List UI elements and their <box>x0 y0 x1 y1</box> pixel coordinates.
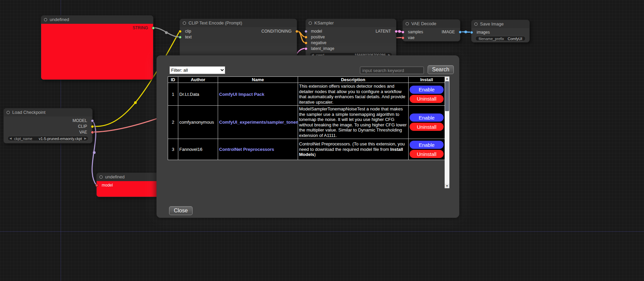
slot-dot-vae-output[interactable] <box>91 131 94 134</box>
scrollbar-thumb[interactable] <box>445 81 449 111</box>
slot-dot-latent-output[interactable] <box>395 30 398 33</box>
slot-dot-text-input[interactable] <box>179 36 182 39</box>
close-button[interactable]: Close <box>169 206 193 215</box>
cell-name: ComfyUI_experiments/sampler_tonemap <box>218 106 298 139</box>
scroll-down-icon[interactable]: ▼ <box>445 184 449 188</box>
node-title-bar[interactable]: Load Checkpoint <box>4 108 92 117</box>
slot-dot-model-input[interactable] <box>95 184 98 187</box>
input-label-model: model <box>102 182 113 188</box>
node-title-bar[interactable]: KSampler <box>306 19 396 27</box>
slot-dot-model-output[interactable] <box>91 119 94 122</box>
collapse-dot-icon[interactable] <box>406 22 409 25</box>
uninstall-button[interactable]: Uninstall <box>410 123 444 131</box>
input-label-vae: vae <box>408 35 414 41</box>
filter-select[interactable]: Filter: all <box>169 66 225 74</box>
node-title-bar[interactable]: undefined <box>41 16 153 24</box>
slot-dot-images-input[interactable] <box>470 31 473 34</box>
cell-name: ComfyUI Impact Pack <box>218 83 298 106</box>
description-text: ) <box>314 152 316 157</box>
widget-label: ckpt_name <box>14 137 32 141</box>
slot-dot-model-input[interactable] <box>304 30 308 33</box>
input-label-images: images <box>477 30 490 35</box>
node-save-image[interactable]: Save Image images filename_prefix ComfyU… <box>471 20 530 42</box>
node-title-bar[interactable]: VAE Decode <box>403 20 460 28</box>
header-name: Name <box>218 77 298 83</box>
collapse-dot-icon[interactable] <box>474 22 478 26</box>
node-title: VAE Decode <box>411 21 436 26</box>
description-text: This extension offers various detector n… <box>299 84 405 105</box>
slot-dot-negative-input[interactable] <box>304 41 308 45</box>
collapse-dot-icon[interactable] <box>309 21 312 25</box>
enable-button[interactable]: Enable <box>410 141 444 149</box>
cell-install: Enable Uninstall <box>409 139 445 160</box>
extension-link[interactable]: ControlNet Preprocessors <box>219 147 297 152</box>
collapse-dot-icon[interactable] <box>99 175 103 179</box>
output-label-latent: LATENT <box>376 29 391 34</box>
stepper-right-icon[interactable]: ▶ <box>84 136 86 141</box>
table-row: 3 Fannovel16 ControlNet Preprocessors Co… <box>168 139 445 160</box>
cell-author: comfyanonymous <box>178 106 218 139</box>
input-label-latent-image: latent_image <box>311 46 334 52</box>
link-dot <box>165 31 168 34</box>
stepper-left-icon[interactable]: ◀ <box>10 136 12 141</box>
node-title-bar[interactable]: CLIP Text Encode (Prompt) <box>180 19 297 27</box>
widget-value: v1-5-pruned-emaonly.ckpt <box>39 137 82 141</box>
collapse-dot-icon[interactable] <box>183 21 186 25</box>
collapse-dot-icon[interactable] <box>6 111 10 114</box>
uninstall-button[interactable]: Uninstall <box>410 95 444 103</box>
node-load-checkpoint[interactable]: Load Checkpoint MODEL CLIP VAE ◀ ckpt_na… <box>3 108 93 143</box>
header-author: Author <box>178 77 218 83</box>
output-label-vae: VAE <box>79 129 87 135</box>
custom-nodes-dialog: Filter: all Search ID Author Name Descri… <box>156 55 459 218</box>
uninstall-button[interactable]: Uninstall <box>410 150 444 158</box>
link-string <box>153 28 180 37</box>
link-dot <box>398 30 401 33</box>
header-description: Description <box>298 77 409 83</box>
slot-dot-samples-input[interactable] <box>401 31 404 34</box>
search-button[interactable]: Search <box>428 65 454 74</box>
node-undefined-top[interactable]: undefined STRING <box>41 15 153 80</box>
enable-button[interactable]: Enable <box>410 86 444 94</box>
input-label-model: model <box>311 29 322 34</box>
collapse-dot-icon[interactable] <box>44 18 47 21</box>
extension-link[interactable]: ComfyUI_experiments/sampler_tonemap <box>219 120 297 125</box>
node-title-bar[interactable]: Save Image <box>472 20 529 28</box>
enable-button[interactable]: Enable <box>410 113 444 122</box>
link-model <box>92 121 96 185</box>
cell-name: ControlNet Preprocessors <box>218 139 298 160</box>
cell-author: Fannovel16 <box>178 139 218 160</box>
input-label-positive: positive <box>311 34 325 40</box>
table-header-row: ID Author Name Description Install <box>168 77 445 83</box>
slot-dot-clip-output[interactable] <box>91 125 94 128</box>
cell-author: Dr.Lt.Data <box>178 83 218 106</box>
slot-dot-latent-image-input[interactable] <box>304 47 308 50</box>
slot-dot-string-output[interactable] <box>152 27 155 30</box>
widget-value: ComfyUI <box>508 37 522 41</box>
table-scrollbar[interactable]: ▲ ▼ <box>445 76 449 188</box>
slot-dot-image-output[interactable] <box>459 31 462 34</box>
slot-dot-vae-input[interactable] <box>401 36 404 39</box>
slot-dot-positive-input[interactable] <box>304 36 308 39</box>
extension-link[interactable]: ComfyUI Impact Pack <box>219 92 297 97</box>
table-row: 2 comfyanonymous ComfyUI_experiments/sam… <box>168 106 445 139</box>
output-label-model: MODEL <box>72 118 87 124</box>
input-label-samples: samples <box>408 29 423 35</box>
ckpt-name-widget[interactable]: ◀ ckpt_name v1-5-pruned-emaonly.ckpt ▶ <box>7 136 88 141</box>
output-label-clip: CLIP <box>78 124 87 129</box>
cell-description: ModelSamplerTonemapNoiseTest a node that… <box>298 106 409 139</box>
link-dot <box>464 31 467 33</box>
node-title: undefined <box>50 17 69 22</box>
slot-dot-conditioning-output[interactable] <box>295 30 298 33</box>
extensions-table-container: ID Author Name Description Install 1 Dr.… <box>168 76 445 188</box>
filename-prefix-widget[interactable]: filename_prefix ComfyUI <box>475 36 526 41</box>
cell-install: Enable Uninstall <box>409 106 445 139</box>
cell-id: 1 <box>168 83 178 106</box>
search-input[interactable] <box>360 67 424 74</box>
output-label-image: IMAGE <box>442 29 455 35</box>
node-vae-decode[interactable]: VAE Decode samples IMAGE vae <box>402 19 460 41</box>
cell-id: 3 <box>168 139 178 160</box>
graph-canvas[interactable]: undefined STRING CLIP Text Encode (Promp… <box>0 0 644 281</box>
header-id: ID <box>168 77 178 83</box>
slot-dot-clip-input[interactable] <box>179 30 182 33</box>
scroll-up-icon[interactable]: ▲ <box>445 76 449 81</box>
